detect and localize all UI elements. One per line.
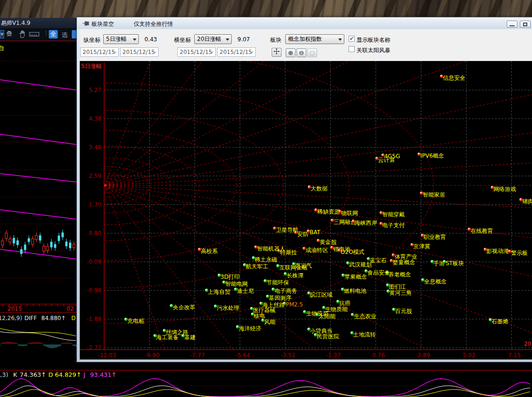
- show-names-label: 显示板块名称: [357, 36, 390, 44]
- y-tick: 2.59: [81, 173, 101, 179]
- x-tick: -3.51: [274, 352, 302, 359]
- sector-label: 电子商务: [274, 287, 297, 295]
- x-tick: 2.89: [410, 352, 438, 359]
- sector-label: 节能环保: [266, 279, 289, 287]
- x-date-start[interactable]: 2015/12/15: [177, 47, 216, 57]
- sector-label: 民营医院: [317, 333, 339, 341]
- show-names-checkbox[interactable]: ✔: [349, 36, 355, 42]
- y-tick: 0.80: [81, 230, 101, 237]
- sector-label: 风能: [264, 318, 275, 326]
- sector-label: 武汉规划: [349, 261, 372, 269]
- sector-label: 央企改革: [173, 304, 195, 312]
- solar-storm-checkbox[interactable]: [349, 46, 355, 52]
- clipped-toolbar-button[interactable]: [72, 30, 76, 38]
- svg-text:DIFF: DIFF: [24, 315, 37, 321]
- background-chart-panel: 201502(12,26,9)DIFF84.880↑D: [0, 41, 76, 362]
- x-tick: -1.37: [319, 352, 348, 359]
- sector-label: 页岩气: [295, 262, 312, 270]
- zoom-reset-button: ○: [307, 48, 317, 57]
- sector-label: 信息安全: [443, 74, 465, 82]
- kdj-curves: [0, 362, 532, 397]
- window-subtitle: 仅支持全推行情: [134, 20, 173, 28]
- zoom-out-button[interactable]: ⊖: [296, 48, 306, 57]
- background-app-toolbar: ▾ 叠 ⋮ 全 选: [0, 28, 76, 41]
- background-app-title: 易师V1.4.9: [1, 20, 30, 26]
- y-tick: -0.09: [81, 259, 101, 265]
- desktop-wallpaper: [0, 0, 532, 18]
- svg-text:02: 02: [67, 305, 74, 312]
- window-titlebar[interactable]: 板块星空 仅支持全推行情: [77, 17, 532, 29]
- sector-label: 石墨烯: [492, 318, 509, 326]
- overlay-icon[interactable]: 叠: [6, 30, 12, 38]
- sector-label: 电子支付: [382, 221, 405, 229]
- sector-combo[interactable]: 概念加权指数: [285, 34, 344, 44]
- zoom-in-button[interactable]: ⊕: [286, 48, 296, 57]
- sector-label: 职业教育: [424, 233, 446, 241]
- sector-label: 航天军工: [246, 263, 268, 271]
- sector-label: 海工装备: [156, 334, 179, 342]
- all-quotes-button[interactable]: 全: [49, 30, 58, 38]
- x-tick: 0.76: [365, 352, 393, 359]
- y-axis-title: 5日涨幅: [81, 62, 102, 70]
- sector-label: 土地流转: [353, 331, 376, 339]
- sector-label: 充电桩: [127, 317, 144, 325]
- x-tick: 7.15: [501, 352, 529, 359]
- sector-label: 网络游戏: [494, 185, 516, 193]
- sector-label: 苹果概念: [344, 273, 367, 281]
- y-axis-current-value: 0.43: [144, 36, 157, 43]
- svg-text:84.880↑: 84.880↑: [41, 315, 66, 321]
- y-date-start[interactable]: 2015/12/15: [80, 47, 119, 57]
- sector-label: 食品安全: [367, 269, 390, 277]
- minimize-button[interactable]: [507, 21, 517, 28]
- sector-label: 百元股: [395, 307, 412, 315]
- ruler-icon[interactable]: [29, 31, 39, 38]
- sector-label: 全息概念: [424, 278, 447, 286]
- x-tick: -12.03: [93, 352, 121, 359]
- sector-label: 海峡西岸: [355, 219, 377, 227]
- background-app-titlebar: 易师V1.4.9: [0, 18, 76, 28]
- select-button[interactable]: 选: [61, 31, 68, 39]
- sector-label: 稀缺资源: [317, 208, 340, 216]
- svg-text:(12,26,9): (12,26,9): [0, 315, 22, 321]
- sector-label: 高校系: [201, 247, 218, 255]
- hand-icon[interactable]: [18, 30, 26, 39]
- sector-label: 长株潭: [287, 272, 304, 280]
- solar-storm-label: 关联太阳风暴: [357, 46, 390, 54]
- x-axis-current-value: 9.07: [237, 36, 250, 43]
- sector-label: 生物质能: [325, 305, 348, 313]
- sector-label: 大数据: [311, 185, 327, 193]
- sector-label: 猪肉: [522, 198, 532, 206]
- starry-sky-chart[interactable]: 5日涨幅 20 5.274.383.482.591.700.80-0.09-0.…: [80, 61, 532, 359]
- x-tick: -7.77: [183, 352, 212, 359]
- sector-label: O2O模式: [341, 248, 365, 256]
- maximize-button[interactable]: [520, 21, 531, 28]
- x-axis-combo-label: 横坐标: [174, 36, 191, 44]
- y-tick: 3.48: [81, 144, 101, 151]
- sector-label: 蓝宝石: [370, 257, 387, 265]
- x-axis-title-clipped: 20: [524, 341, 531, 347]
- sector-label: 污水处理: [217, 304, 239, 312]
- window-title: 板块星空: [91, 20, 114, 28]
- x-date-end[interactable]: 2015/12/15: [217, 47, 256, 57]
- sector-label: 成渝特区: [305, 246, 328, 254]
- y-date-end[interactable]: 2015/12/15: [120, 47, 159, 57]
- dropdown-icon[interactable]: ▾: [0, 30, 4, 38]
- sector-label: 迪士尼: [237, 287, 254, 295]
- sector-label: BAT: [310, 229, 320, 236]
- x-axis-combo[interactable]: 20日涨幅: [194, 34, 232, 44]
- y-tick: 1.70: [81, 201, 101, 208]
- y-tick: 5.27: [81, 87, 101, 93]
- y-axis-combo[interactable]: 5日涨幅: [103, 34, 139, 44]
- sector-label: 生态农业: [354, 313, 376, 321]
- sector-label: PM2.5: [286, 301, 303, 308]
- sector-label: 智能家居: [423, 191, 445, 199]
- pan-button[interactable]: [272, 48, 281, 57]
- sector-label: 特斯拉: [280, 249, 297, 257]
- pushpin-icon[interactable]: [83, 21, 89, 28]
- y-tick: 4.38: [81, 115, 101, 122]
- sector-label: 智能穿戴: [382, 211, 405, 219]
- x-tick: 5.02: [455, 352, 483, 359]
- kdj-panel: ,3) K 74.363↑ D 64.829↑ J 93.431↑: [0, 362, 532, 397]
- sector-label: 在线教育: [471, 227, 493, 235]
- y-tick: -2.77: [81, 344, 101, 351]
